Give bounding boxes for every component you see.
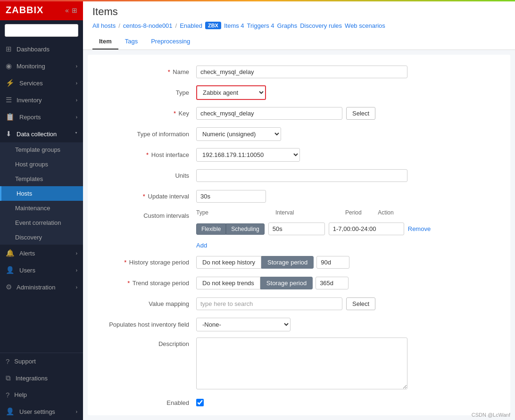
name-row: * Name [102, 64, 496, 79]
trend-no-keep-button[interactable]: Do not keep trends [196, 277, 260, 289]
breadcrumb-graphs[interactable]: Graphs [277, 22, 298, 29]
chevron-right-icon: › [76, 268, 77, 273]
units-input[interactable] [196, 169, 407, 182]
history-row: * History storage period Do not keep his… [102, 255, 496, 270]
breadcrumb-items[interactable]: Items 4 [224, 22, 244, 29]
sidebar-item-label: Integrations [16, 375, 48, 382]
populates-select[interactable]: -None- [196, 318, 291, 331]
key-select-button[interactable]: Select [346, 107, 375, 120]
chevron-right-icon: › [76, 409, 77, 414]
update-interval-input[interactable] [196, 190, 266, 203]
sidebar-item-hosts[interactable]: Hosts [0, 186, 83, 201]
administration-icon: ⚙ [6, 283, 12, 291]
breadcrumb-triggers[interactable]: Triggers 4 [247, 22, 274, 29]
ci-interval-input[interactable] [268, 222, 325, 235]
sidebar-item-dashboards[interactable]: ⊞ Dashboards [0, 41, 83, 58]
sidebar-item-host-groups[interactable]: Host groups [0, 157, 83, 172]
sidebar-item-reports[interactable]: 📋 Reports › [0, 108, 83, 125]
populates-field: -None- [196, 318, 496, 331]
sidebar-item-event-correlation[interactable]: Event correlation [0, 215, 83, 230]
trend-row: * Trend storage period Do not keep trend… [102, 275, 496, 290]
sidebar-item-administration[interactable]: ⚙ Administration › [0, 279, 83, 296]
sidebar-item-users[interactable]: 👤 Users › [0, 262, 83, 279]
breadcrumb-web[interactable]: Web scenarios [345, 22, 385, 29]
flexible-button[interactable]: Flexible [196, 223, 226, 235]
breadcrumb-discovery[interactable]: Discovery rules [300, 22, 342, 29]
units-field [196, 169, 496, 182]
sidebar-item-monitoring[interactable]: ◉ Monitoring › [0, 58, 83, 74]
history-storage-button[interactable]: Storage period [261, 256, 314, 269]
history-no-keep-button[interactable]: Do not keep history [196, 256, 261, 269]
update-interval-field [196, 190, 496, 203]
collapse-icon[interactable]: « [65, 7, 69, 14]
sidebar-item-services[interactable]: ⚡ Services › [0, 74, 83, 91]
integrations-icon: ⧉ [6, 374, 11, 382]
ci-add-link[interactable]: Add [196, 242, 207, 249]
tab-item[interactable]: Item [92, 34, 118, 49]
chevron-right-icon: › [76, 64, 77, 69]
sidebar-item-maintenance[interactable]: Maintenance [0, 201, 83, 215]
name-field [196, 66, 496, 78]
sidebar-item-data-collection[interactable]: ⬇ Data collection ˅ [0, 125, 83, 142]
type-info-select[interactable]: Numeric (unsigned) [196, 127, 281, 141]
key-input[interactable] [196, 107, 342, 120]
sidebar-item-label: Reports [19, 114, 41, 121]
sidebar: ZABBIX « ⊞ ⊞ Dashboards ◉ Monitoring › ⚡… [0, 0, 83, 420]
sidebar-item-support[interactable]: ? Support [0, 353, 83, 370]
support-icon: ? [6, 357, 9, 365]
sidebar-item-template-groups[interactable]: Template groups [0, 142, 83, 157]
users-icon: 👤 [6, 266, 15, 274]
type-info-row: Type of information Numeric (unsigned) [102, 126, 496, 141]
host-interface-select[interactable]: 192.168.179.11:10050 [196, 148, 300, 162]
host-interface-label: * Host interface [102, 151, 196, 158]
tab-preprocessing[interactable]: Preprocessing [144, 34, 197, 49]
ci-remove-link[interactable]: Remove [408, 225, 431, 232]
sidebar-item-inventory[interactable]: ☰ Inventory › [0, 91, 83, 108]
sidebar-item-label: Users [19, 267, 35, 274]
ci-period-input[interactable] [329, 222, 404, 235]
scheduling-button[interactable]: Scheduling [226, 223, 264, 235]
sidebar-item-discovery[interactable]: Discovery [0, 230, 83, 245]
custom-intervals-label: Custom intervals [102, 209, 196, 219]
units-row: Units [102, 168, 496, 183]
sidebar-item-user-settings[interactable]: 👤 User settings › [0, 403, 83, 420]
populates-row: Populates host inventory field -None- [102, 317, 496, 332]
trend-label: * Trend storage period [102, 280, 196, 287]
history-value-input[interactable] [316, 256, 349, 269]
sidebar-item-label: Services [19, 80, 43, 87]
trend-value-input[interactable] [316, 277, 349, 289]
name-input[interactable] [196, 66, 407, 78]
chevron-right-icon: › [76, 81, 77, 86]
type-select[interactable]: Zabbix agent [196, 85, 266, 100]
enabled-field [196, 399, 496, 406]
collapse-icons: « ⊞ [65, 7, 77, 14]
search-area [0, 20, 83, 41]
item-form: * Name Type Zabbix agent * Key [88, 55, 510, 415]
sidebar-item-alerts[interactable]: 🔔 Alerts › [0, 245, 83, 262]
chevron-right-icon: › [76, 251, 77, 256]
enabled-checkbox[interactable] [196, 399, 204, 406]
breadcrumb-host[interactable]: centos-8-node001 [123, 22, 173, 29]
ci-type-header: Type [196, 209, 272, 216]
history-btn-group: Do not keep history Storage period [196, 256, 314, 269]
update-interval-label: * Update interval [102, 193, 196, 200]
footer-note: CSDN @LcWanf [472, 412, 510, 418]
sidebar-item-help[interactable]: ? Help [0, 387, 83, 403]
sidebar-item-integrations[interactable]: ⧉ Integrations [0, 370, 83, 387]
breadcrumb-all-hosts[interactable]: All hosts [92, 22, 116, 29]
required-star: * [143, 193, 145, 200]
value-mapping-select-button[interactable]: Select [346, 297, 375, 310]
sidebar-item-label: Support [14, 358, 36, 365]
description-row: Description [102, 338, 496, 389]
trend-storage-button[interactable]: Storage period [260, 277, 313, 289]
value-mapping-input[interactable] [196, 297, 342, 310]
description-textarea[interactable] [196, 338, 407, 389]
sidebar-item-templates[interactable]: Templates [0, 172, 83, 186]
search-input[interactable] [5, 24, 78, 37]
host-interface-field: 192.168.179.11:10050 [196, 148, 496, 162]
grid-icon[interactable]: ⊞ [72, 7, 77, 14]
sidebar-item-label: Inventory [17, 97, 42, 104]
tab-tags[interactable]: Tags [118, 34, 144, 49]
intervals-header: Type Interval Period Action [196, 209, 394, 216]
ci-add-area: Add [196, 242, 207, 249]
